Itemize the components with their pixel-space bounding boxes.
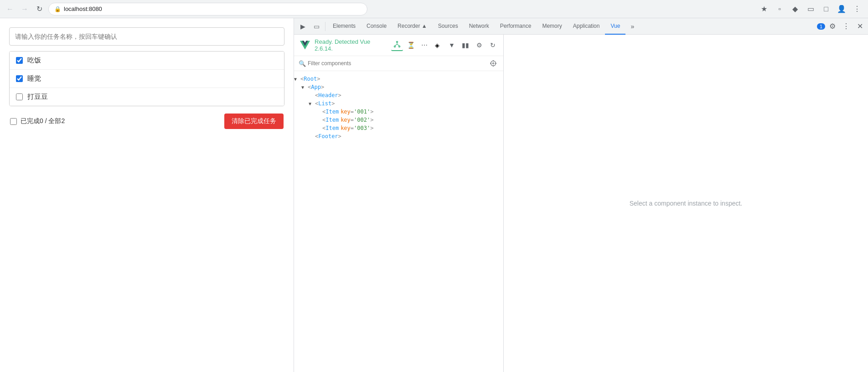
more-icon[interactable]: ⋮	[851, 3, 863, 16]
task-checkbox[interactable]	[16, 75, 23, 82]
all-check-checkbox[interactable]	[10, 118, 17, 125]
svg-point-8	[493, 63, 494, 64]
task-label: 打豆豆	[27, 93, 48, 101]
tree-tag-name: App	[311, 84, 321, 90]
filter-components-input[interactable]	[308, 60, 486, 67]
vue-header: Ready. Detected Vue 2.6.14.	[294, 35, 503, 56]
tree-tag-open: <	[315, 92, 318, 98]
svg-text:◈: ◈	[435, 42, 439, 49]
tree-tag-name: Root	[304, 76, 317, 82]
vue-logo	[299, 39, 311, 52]
vue-filter-toolbar: 🔍	[294, 56, 503, 71]
tree-tag-name: List	[318, 100, 331, 107]
task-checkbox[interactable]	[16, 57, 23, 64]
forward-button[interactable]: →	[19, 4, 30, 15]
task-label: 吃饭	[27, 56, 41, 65]
browser-toolbar-right: ★ ▫ ◆ ▭ □ 👤 ⋮	[758, 3, 863, 16]
task-item: 吃饭	[10, 52, 284, 70]
task-item: 打豆豆	[10, 88, 284, 106]
tree-tag-open: <	[315, 100, 318, 107]
devtools-right-icons: 1 ⚙ ⋮ ✕	[816, 20, 866, 33]
vue-refresh-icon[interactable]: ↻	[487, 39, 499, 51]
tab-recorder[interactable]: Recorder ▲	[392, 18, 433, 35]
tree-node[interactable]: <Header>	[294, 91, 503, 99]
tree-attr-name: key	[341, 117, 351, 123]
tab-performance[interactable]: Performance	[495, 18, 537, 35]
tree-tag-open: <	[322, 125, 326, 131]
filter-search-icon: 🔍	[299, 60, 306, 67]
tab-memory[interactable]: Memory	[537, 18, 567, 35]
tree-node[interactable]: <Itemkey='003'>	[294, 124, 503, 132]
tree-tag-close: >	[331, 100, 335, 107]
vue-panel: Ready. Detected Vue 2.6.14.	[294, 35, 504, 372]
tree-arrow: ▼	[301, 85, 308, 90]
more-tabs-button[interactable]: »	[626, 20, 639, 33]
vue-bar-chart-icon[interactable]: ▮▮	[460, 39, 471, 51]
svg-point-0	[397, 41, 398, 43]
tab-elements[interactable]: Elements	[327, 18, 361, 35]
tab-network[interactable]: Network	[464, 18, 495, 35]
vue-dropdown-icon[interactable]: ▼	[446, 39, 458, 51]
tree-node[interactable]: ▼<App>	[294, 83, 503, 91]
tree-node[interactable]: ▼<Root>	[294, 75, 503, 83]
tree-tag-name: Item	[326, 125, 339, 131]
tree-tag-open: <	[322, 108, 326, 115]
cast-icon[interactable]: ▭	[804, 3, 817, 16]
task-list: 吃饭睡觉打豆豆	[9, 51, 284, 106]
tree-arrow	[316, 118, 322, 123]
tree-node[interactable]: <Itemkey='001'>	[294, 108, 503, 116]
tree-attr-val: '001'	[354, 108, 370, 115]
profile-icon[interactable]: 👤	[835, 3, 848, 16]
bookmark-star-icon[interactable]: ★	[758, 3, 770, 16]
tree-tag-name: Footer	[318, 133, 338, 140]
puzzle-icon[interactable]: ◆	[789, 3, 801, 16]
tree-attr-name: key	[341, 125, 351, 131]
tree-tag-open: <	[322, 117, 326, 123]
devtools-body: Ready. Detected Vue 2.6.14.	[294, 35, 868, 372]
device-icon[interactable]: ▭	[310, 20, 323, 33]
clear-completed-button[interactable]: 清除已完成任务	[224, 114, 284, 129]
footer-left: 已完成0 / 全部2	[10, 117, 65, 125]
tree-arrow	[316, 109, 322, 114]
vue-history-icon[interactable]: ⏳	[405, 39, 417, 51]
vue-settings-icon[interactable]: ⚙	[473, 39, 485, 51]
task-checkbox[interactable]	[16, 93, 23, 100]
task-label: 睡觉	[27, 74, 41, 83]
devtools-tabs: ▶ ▭ Elements Console Recorder ▲ Sources …	[294, 18, 868, 35]
vue-component-tree-icon[interactable]	[391, 39, 403, 51]
tree-attr-name: key	[341, 108, 351, 115]
tree-node[interactable]: ▼<List>	[294, 99, 503, 108]
app-pane: 吃饭睡觉打豆豆 已完成0 / 全部2 清除已完成任务	[0, 18, 294, 372]
tree-tag-open: <	[308, 84, 311, 90]
tree-tag-close: >	[317, 76, 320, 82]
lock-icon: 🔒	[54, 6, 61, 12]
tab-console[interactable]: Console	[361, 18, 392, 35]
task-input[interactable]	[9, 27, 284, 46]
back-button[interactable]: ←	[5, 4, 16, 15]
inspector-pane: Select a component instance to inspect.	[504, 35, 868, 372]
extensions-icon[interactable]: ▫	[773, 3, 786, 16]
devtools-more-icon[interactable]: ⋮	[840, 20, 852, 33]
footer-status-text: 已完成0 / 全部2	[21, 117, 65, 125]
devtools-close-icon[interactable]: ✕	[853, 20, 866, 33]
tab-separator	[325, 22, 326, 31]
tab-sources[interactable]: Sources	[433, 18, 464, 35]
reload-button[interactable]: ↻	[34, 4, 45, 15]
notification-badge: 1	[817, 23, 825, 30]
tree-arrow	[309, 134, 315, 139]
window-icon[interactable]: □	[820, 3, 832, 16]
devtools-pane: ▶ ▭ Elements Console Recorder ▲ Sources …	[294, 18, 868, 372]
tree-tag-close: >	[338, 92, 341, 98]
devtools-settings-icon[interactable]: ⚙	[826, 20, 839, 33]
vue-flame-icon[interactable]: ◈	[432, 39, 444, 51]
tab-vue[interactable]: Vue	[605, 18, 625, 35]
tree-node[interactable]: <Footer>	[294, 132, 503, 140]
target-select-icon[interactable]	[488, 58, 499, 69]
tree-node[interactable]: <Itemkey='002'>	[294, 116, 503, 124]
inspect-icon[interactable]: ▶	[296, 20, 309, 33]
task-item: 睡觉	[10, 70, 284, 88]
tab-application[interactable]: Application	[568, 18, 605, 35]
vue-dots-icon[interactable]: ⋯	[418, 39, 430, 51]
tree-arrow: ▼	[294, 77, 300, 82]
svg-line-5	[397, 44, 399, 46]
